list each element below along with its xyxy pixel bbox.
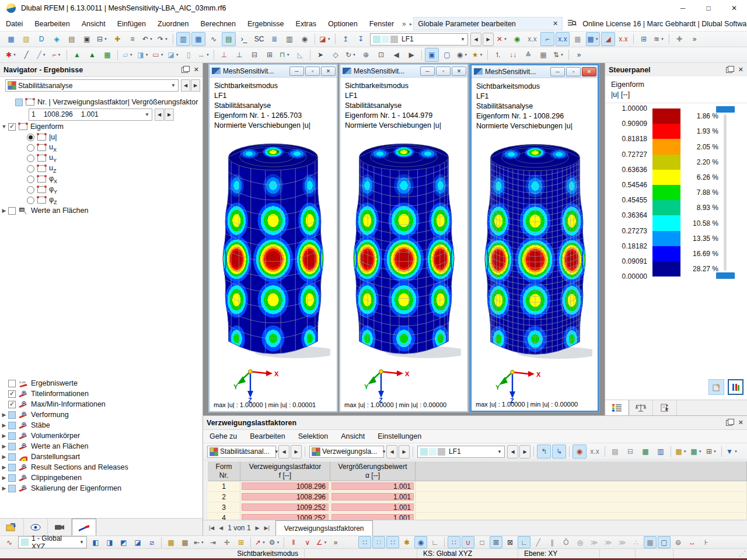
result-header-checkbox[interactable] xyxy=(15,99,23,106)
analysis-prev-button[interactable]: ◀ xyxy=(181,79,190,92)
script-generator[interactable]: SC xyxy=(252,32,266,46)
show-result-values[interactable]: x.x xyxy=(556,32,570,46)
bp-next[interactable]: ▶ xyxy=(519,445,530,459)
child-minimize-button[interactable]: ─ xyxy=(289,66,304,76)
layers[interactable]: ≣ xyxy=(267,32,281,46)
rigid-link[interactable]: ⊓▼ xyxy=(278,48,292,62)
results-toggle[interactable]: ∿ xyxy=(3,536,16,548)
zoom-window[interactable]: ⊡ xyxy=(374,48,388,62)
origin[interactable]: ✛ xyxy=(221,536,233,548)
result-tables[interactable]: ▤ xyxy=(222,32,236,46)
menu-bearbeiten[interactable]: Bearbeiten xyxy=(29,20,75,28)
workplane-xy[interactable]: ◧ xyxy=(89,536,102,548)
table-next-page-button[interactable]: ▶ xyxy=(256,525,260,531)
line-hinge[interactable]: ⊥ xyxy=(232,48,246,62)
global-parameters-close-icon[interactable]: ✕ xyxy=(553,20,558,27)
shadow-mode[interactable]: ▩ xyxy=(571,32,585,46)
workplane-yz[interactable]: ◨ xyxy=(103,536,116,548)
previous-loadcase[interactable]: ◀ xyxy=(470,33,481,46)
spherical-view[interactable]: ◉ xyxy=(298,32,312,46)
result-diagram[interactable]: ◢ xyxy=(601,32,615,46)
item-checkbox[interactable] xyxy=(8,390,16,398)
printout-report[interactable]: ≡ xyxy=(125,32,139,46)
analysis-next-button[interactable]: ▶ xyxy=(191,79,200,92)
scale-slider-handle-min[interactable] xyxy=(716,272,735,279)
snap-magnet[interactable]: ∪ xyxy=(462,536,474,548)
tree-item-component-φX[interactable]: φX xyxy=(0,174,203,184)
new-printout-report[interactable]: ✚ xyxy=(110,32,124,46)
display-mesh[interactable]: ▦ xyxy=(536,48,550,62)
tree-item-component-uZ[interactable]: uZ xyxy=(0,163,203,174)
column-header[interactable]: Verzweigungslastfaktorf [--] xyxy=(240,461,330,481)
table-menu-gehezu[interactable]: Gehe zu xyxy=(203,432,243,440)
tree-item-clippingebenen[interactable]: ▶Clippingebenen xyxy=(0,473,203,483)
zoom-in[interactable]: ⊕ xyxy=(359,48,373,62)
eigenform-next-button[interactable]: ▶ xyxy=(165,108,174,121)
export-excel[interactable]: ▦ xyxy=(638,444,652,459)
tree-item-component-φZ[interactable]: φZ xyxy=(0,195,203,205)
insert-block[interactable]: ▯ xyxy=(181,48,196,62)
tree-item-verformung[interactable]: ▶Verformung xyxy=(0,410,203,420)
tree-item-component-uX[interactable]: uX xyxy=(0,142,203,153)
snap-mode[interactable]: ↗▼ xyxy=(254,536,267,548)
child-close-button[interactable]: ✕ xyxy=(582,67,596,76)
nav-tab-data-navigator[interactable] xyxy=(0,519,24,536)
tree-item-werte-an-flaechen[interactable]: ▶xxWerte an Flächen xyxy=(0,205,203,216)
clipping-box[interactable]: ▣ xyxy=(425,48,439,62)
plane-new[interactable]: ⊞ xyxy=(235,536,247,548)
result-header-row[interactable]: Nr. | Verzweigungslastfaktor| Vergrößeru… xyxy=(0,97,203,107)
scale-slider-track[interactable] xyxy=(724,114,727,271)
color-scale-1[interactable]: ▦▼ xyxy=(674,444,688,459)
table-menu-einstellungen[interactable]: Einstellungen xyxy=(371,432,428,440)
analysis-type-combo[interactable]: Stabilitätsanalyse ▼ xyxy=(5,79,179,92)
column-header[interactable] xyxy=(416,461,747,481)
snap-parallel[interactable]: ∥ xyxy=(546,536,558,548)
table-first-page-button[interactable]: |◀ xyxy=(209,525,214,531)
insert-node[interactable]: ✱▼ xyxy=(4,48,18,62)
maximize-button[interactable]: □ xyxy=(696,0,721,16)
goto-table[interactable]: ↳ xyxy=(552,444,566,459)
insert-line-ref[interactable]: ╱▼ xyxy=(34,48,48,62)
tree-item-eigenform[interactable]: ▼Eigenform xyxy=(0,121,203,132)
snap-grid-new[interactable]: ∷ xyxy=(372,536,385,548)
child-window-titlebar[interactable]: MeshSensitivit...─▫✕ xyxy=(340,65,467,78)
user-views[interactable]: ★▼ xyxy=(470,48,484,62)
visual-objects[interactable]: ◪▼ xyxy=(318,32,332,46)
eigenform-selector-combo[interactable]: 11008.2961.001▼ xyxy=(29,108,152,121)
snap-center[interactable]: □ xyxy=(476,536,488,548)
insert-line-support[interactable]: ▲ xyxy=(85,48,99,62)
axes-x[interactable]: ⇤▼ xyxy=(193,536,205,548)
view-isometric[interactable]: ◇ xyxy=(329,48,343,62)
new-load-case-top[interactable]: ↥ xyxy=(338,32,352,46)
surface-release[interactable]: ⊞ xyxy=(263,48,277,62)
show-deformation[interactable]: ⌐ xyxy=(540,32,554,46)
child-restore-button[interactable]: ▫ xyxy=(436,66,451,76)
tree-item-component-uuu[interactable]: |u| xyxy=(0,132,203,142)
menu-ansicht[interactable]: Ansicht xyxy=(76,20,111,28)
table-result-combo[interactable]: Verzweigungsla...▼ xyxy=(309,446,384,458)
insert-line[interactable]: ╱ xyxy=(19,48,33,62)
nav-tab-views-navigator[interactable] xyxy=(24,519,48,536)
display-loads[interactable]: ↓↓ xyxy=(506,48,520,62)
undo[interactable]: ↶▼ xyxy=(141,32,155,46)
tree-item-max-min-informationen[interactable]: Max/Min-Informationen xyxy=(0,399,203,410)
insert-support[interactable]: ▲ xyxy=(70,48,84,62)
branching-panel-close-icon[interactable]: ✕ xyxy=(738,419,743,426)
close-button[interactable]: ✕ xyxy=(721,0,747,16)
table-row[interactable]: 11008.2961.001 xyxy=(208,481,747,492)
result-values[interactable]: x.x xyxy=(525,32,539,46)
coordinate-system-combo[interactable]: 1 - Global XYZ▼ xyxy=(18,536,87,548)
insert-opening[interactable]: ▭▼ xyxy=(151,48,165,62)
result-diagram-values[interactable]: x.x xyxy=(616,32,630,46)
item-checkbox[interactable] xyxy=(8,401,16,408)
member-hinge[interactable]: ⊟ xyxy=(247,48,261,62)
table-filter-rows[interactable]: ▤ xyxy=(608,444,622,459)
control-panel-float-icon[interactable] xyxy=(726,67,732,73)
snap-ext-3[interactable]: ≫ xyxy=(616,536,629,548)
grid-rotate[interactable]: ▦ xyxy=(179,536,191,548)
tables[interactable]: ▦ xyxy=(191,32,205,46)
filter-table[interactable]: ▼▼ xyxy=(725,444,739,459)
snap-ext-2[interactable]: ≫ xyxy=(602,536,615,548)
tree-item-werte-an-flächen[interactable]: ▶Werte an Flächen xyxy=(0,441,203,452)
more-tools-3[interactable]: » xyxy=(329,536,342,548)
